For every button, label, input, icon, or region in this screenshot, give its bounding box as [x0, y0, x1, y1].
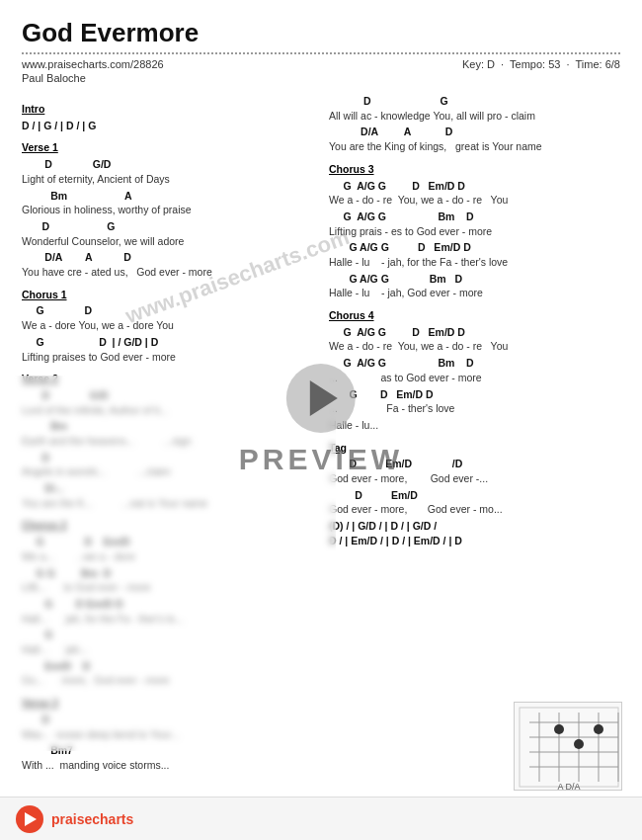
svg-point-12 [594, 724, 603, 734]
lyric-line: You have cre - ated us, God ever - more [22, 265, 313, 280]
chord-diagram: A D/A [514, 702, 622, 791]
chord-line: D/A A D [22, 250, 313, 265]
bottom-bar: praisecharts [0, 797, 642, 840]
divider [22, 52, 620, 54]
praise-charts-logo: praisecharts [51, 811, 133, 827]
song-url: www.praisecharts.com/28826 [22, 58, 164, 70]
svg-rect-0 [520, 708, 618, 787]
chord-line: Bm A [22, 189, 313, 204]
section-label: Verse 1 [22, 140, 313, 156]
lyric-line: Light of eternity, Ancient of Days [22, 172, 313, 187]
chord-line: D G [22, 219, 313, 234]
chord-line: G D Em/D D [329, 387, 620, 402]
chord-line: G A/G G Bm D [329, 272, 620, 287]
lyric-line: Lifting prais - es to God ever - more [329, 224, 620, 239]
lyric-line: You are the King of kings, great is Your… [329, 139, 620, 154]
lyric-line: All will ac - knowledge You, all will pr… [329, 109, 620, 124]
song-author: Paul Baloche [22, 72, 620, 84]
chord-line: G A/G G D Em/D D [329, 179, 620, 194]
song-title: God Evermore [22, 18, 620, 48]
svg-text:A   D/A: A D/A [557, 782, 580, 792]
meta-row: www.praisecharts.com/28826 Key: D · Temp… [22, 58, 620, 70]
chord-line: D / | Em/D / | D / | Em/D / | D [329, 534, 620, 548]
page: God Evermore www.praisecharts.com/28826 … [0, 0, 642, 840]
lyric-line: Glorious in holiness, worthy of praise [22, 203, 313, 217]
blurred-region [0, 376, 336, 751]
chord-line: D G/D [22, 157, 313, 172]
chord-line: G A/G G Bm D [329, 210, 620, 224]
chord-line: D Em/D /D [329, 457, 620, 471]
chord-line: D/A A D [329, 125, 620, 139]
lyric-line: We a - do - re You, we a - do - re You [329, 339, 620, 354]
lyric-line: God ever - more, God ever - mo... [329, 502, 620, 517]
lyric-line: Halle - lu... [329, 418, 620, 433]
section-label: Chorus 3 [329, 162, 620, 178]
song-key-tempo-time: Key: D · Tempo: 53 · Time: 6/8 [462, 58, 620, 70]
chord-line: D Em/D [329, 488, 620, 503]
chord-line: D G [329, 94, 620, 109]
section-label: Chorus 1 [22, 288, 313, 303]
section-label: Chorus 4 [329, 308, 620, 324]
right-column: D GAll will ac - knowledge You, all will… [329, 94, 620, 775]
chord-line: G D [22, 303, 313, 318]
section-label: Tag [329, 441, 620, 457]
lyric-line: Halle - lu - jah, God ever - more [329, 286, 620, 300]
lyric-line: Wonderful Counselor, we will adore [22, 234, 313, 249]
lyric-line: With ... manding voice storms... [22, 758, 313, 773]
lyric-line: We a - dore You, we a - dore You [22, 318, 313, 333]
lyric-line: Halle - lu - jah, for the Fa - ther's lo… [329, 255, 620, 270]
lyric-line: God ever - more, God ever -... [329, 471, 620, 486]
chord-line: G A/G G D Em/D D [329, 240, 620, 255]
chord-line: D / | G / | D / | G [22, 119, 313, 133]
lyric-line: We a - do - re You, we a - do - re You [329, 193, 620, 208]
chord-line: G A/G G D Em/D D [329, 325, 620, 340]
play-icon-bottom[interactable] [16, 805, 43, 833]
play-triangle-small-icon [25, 812, 37, 826]
svg-point-11 [574, 739, 584, 749]
section-label: Intro [22, 102, 313, 118]
lyric-line: ... Fa - ther's love [329, 401, 620, 416]
chord-line: G A/G G Bm D [329, 356, 620, 371]
chord-line: G D | / G/D | D [22, 335, 313, 350]
lyric-line: ... as to God ever - more [329, 371, 620, 385]
chord-line: (D) / | G/D / | D / | G/D / [329, 519, 620, 534]
lyric-line: Lifting praises to God ever - more [22, 350, 313, 365]
svg-point-10 [554, 724, 564, 734]
